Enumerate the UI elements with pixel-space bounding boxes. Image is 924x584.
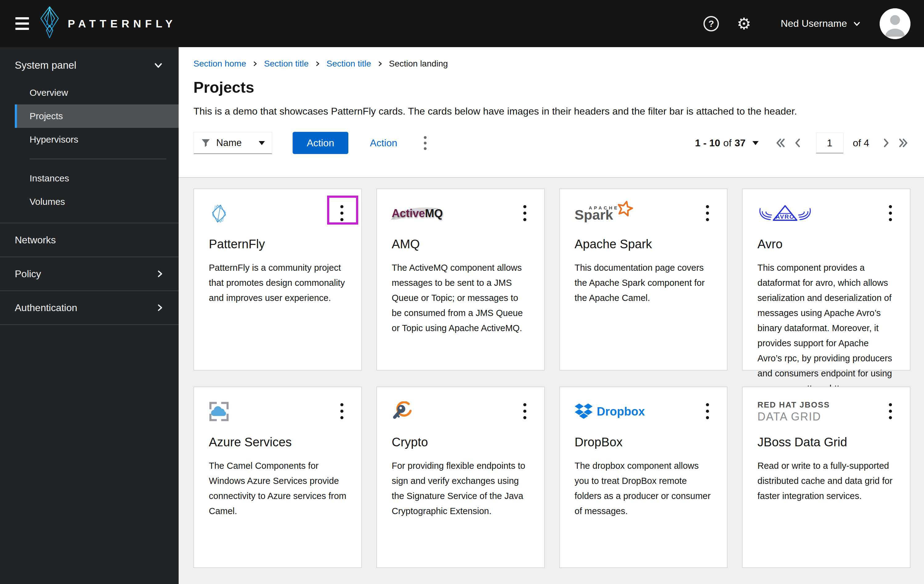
- main-content: Section home Section title Section title…: [179, 47, 924, 584]
- azure-cloud-logo: [209, 401, 346, 422]
- sidebar-item-hypervisors[interactable]: Hypervisors: [15, 128, 179, 151]
- kebab-icon: [340, 205, 343, 208]
- caret-down-icon: [259, 141, 265, 145]
- card-description: For providing flexible endpoints to sign…: [392, 458, 530, 519]
- chevron-right-icon: [156, 270, 164, 278]
- kebab-icon: [706, 403, 709, 406]
- toolbar-actions: Name Action Action: [193, 132, 429, 154]
- card-kebab-menu[interactable]: [698, 199, 716, 227]
- sidebar-item-policy[interactable]: Policy: [0, 257, 179, 291]
- toolbar: Name Action Action 1 - 10 of 37: [193, 132, 911, 154]
- current-page-input[interactable]: [816, 132, 844, 153]
- first-page-button[interactable]: [773, 135, 788, 150]
- card-description: The Camel Components for Windows Azure S…: [209, 458, 346, 519]
- next-page-button[interactable]: [878, 135, 893, 150]
- chevron-down-icon: [154, 61, 163, 69]
- sidebar-item-system-panel[interactable]: System panel: [0, 47, 179, 71]
- sidebar-item-overview[interactable]: Overview: [15, 81, 179, 104]
- primary-action-button[interactable]: Action: [293, 132, 348, 154]
- dropbox-logo: Dropbox: [575, 401, 713, 422]
- pagination-range: 1 - 10: [695, 137, 720, 149]
- masthead-utilities: ? ⚙ Ned Username: [703, 8, 911, 39]
- patternfly-kite-icon: [40, 6, 60, 41]
- card-kebab-menu[interactable]: [333, 199, 351, 227]
- page-count-label: of 4: [853, 137, 869, 149]
- hamburger-menu-button[interactable]: [15, 15, 29, 32]
- card-title: DropBox: [575, 435, 713, 449]
- card-kebab-menu[interactable]: [333, 397, 351, 426]
- chevron-right-icon: [377, 61, 383, 66]
- avatar[interactable]: [879, 8, 911, 39]
- card-kebab-menu[interactable]: [881, 397, 899, 426]
- breadcrumb-link-section-home[interactable]: Section home: [193, 59, 246, 69]
- pagination-of-label: of: [723, 137, 731, 149]
- card-avro: AVRO Avro This component provides a data…: [742, 188, 911, 371]
- chevron-down-icon: [853, 20, 861, 27]
- card-kebab-menu[interactable]: [881, 199, 899, 227]
- sidebar-item-volumes[interactable]: Volumes: [15, 190, 179, 213]
- card-amq: ActiveMQ AMQ The ActiveMQ component allo…: [376, 188, 545, 371]
- previous-page-button[interactable]: [790, 135, 805, 150]
- kebab-icon: [889, 403, 892, 406]
- brand: PATTERNFLY: [40, 6, 177, 41]
- toolbar-kebab-menu[interactable]: [421, 134, 429, 152]
- angle-double-right-icon: [898, 137, 909, 148]
- link-action-button[interactable]: Action: [370, 137, 397, 149]
- card-description: This component provides a dataformat for…: [757, 260, 895, 396]
- card-description: This documentation page covers the Apach…: [575, 260, 713, 305]
- sidebar-subnav: Overview Projects Hypervisors Instances …: [0, 81, 179, 213]
- breadcrumb-link-section-title-1[interactable]: Section title: [264, 59, 309, 69]
- breadcrumb-link-section-title-2[interactable]: Section title: [327, 59, 371, 69]
- card-title: Apache Spark: [575, 237, 713, 251]
- card-apache-spark: APACHE Spark Apache Spark This documenta…: [559, 188, 728, 371]
- settings-button[interactable]: ⚙: [737, 16, 751, 32]
- chevron-right-icon: [156, 304, 164, 312]
- chevron-right-icon: [252, 61, 258, 66]
- patternfly-diamond-logo: [209, 203, 346, 224]
- dropbox-glyph-icon: [575, 404, 592, 419]
- breadcrumb: Section home Section title Section title…: [193, 59, 911, 69]
- sidebar-item-networks[interactable]: Networks: [0, 223, 179, 257]
- sidebar-item-authentication[interactable]: Authentication: [0, 291, 179, 325]
- per-page-dropdown[interactable]: 1 - 10 of 37: [695, 137, 759, 149]
- page-header-section: Section home Section title Section title…: [179, 47, 924, 178]
- last-page-button[interactable]: [896, 135, 911, 150]
- card-dropbox: Dropbox DropBox The dropbox component al…: [559, 386, 728, 568]
- username-label: Ned Username: [781, 18, 847, 29]
- activemq-logo: ActiveMQ: [392, 203, 530, 224]
- angle-right-icon: [880, 137, 891, 148]
- star-icon: [617, 200, 633, 217]
- avatar-silhouette-icon: [879, 8, 911, 39]
- pagination-total: 37: [734, 137, 746, 149]
- question-circle-icon: ?: [703, 16, 719, 31]
- kebab-icon: [340, 403, 343, 406]
- card-kebab-menu[interactable]: [516, 397, 534, 426]
- brand-wordmark: PATTERNFLY: [68, 18, 177, 30]
- filter-icon: [201, 138, 211, 148]
- sidebar-item-projects[interactable]: Projects: [15, 104, 179, 128]
- sidebar: System panel Overview Projects Hyperviso…: [0, 47, 179, 584]
- app-root: PATTERNFLY ? ⚙ Ned Username: [0, 0, 924, 584]
- angle-double-left-icon: [775, 137, 786, 148]
- kebab-icon: [424, 136, 427, 139]
- card-description: The dropbox component allows you to trea…: [575, 458, 713, 519]
- apache-spark-logo: APACHE Spark: [575, 205, 631, 222]
- sidebar-divider: [30, 158, 166, 159]
- caret-down-icon: [752, 141, 759, 145]
- card-kebab-menu[interactable]: [698, 397, 716, 426]
- help-button[interactable]: ?: [703, 16, 719, 31]
- angle-left-icon: [792, 137, 804, 148]
- card-title: JBoss Data Grid: [757, 435, 895, 449]
- breadcrumb-current: Section landing: [389, 59, 448, 69]
- kebab-icon: [889, 205, 892, 208]
- card-title: Azure Services: [209, 435, 346, 449]
- filter-dropdown[interactable]: Name: [193, 132, 272, 154]
- svg-text:AVRO: AVRO: [776, 213, 795, 220]
- avro-wings-logo: AVRO: [757, 203, 895, 224]
- user-menu-dropdown[interactable]: Ned Username: [781, 18, 861, 29]
- masthead: PATTERNFLY ? ⚙ Ned Username: [0, 0, 924, 47]
- card-title: AMQ: [392, 237, 530, 251]
- card-crypto: Crypto For providing flexible endpoints …: [376, 386, 545, 568]
- sidebar-item-instances[interactable]: Instances: [15, 167, 179, 190]
- page-description: This is a demo that showcases PatternFly…: [193, 106, 911, 117]
